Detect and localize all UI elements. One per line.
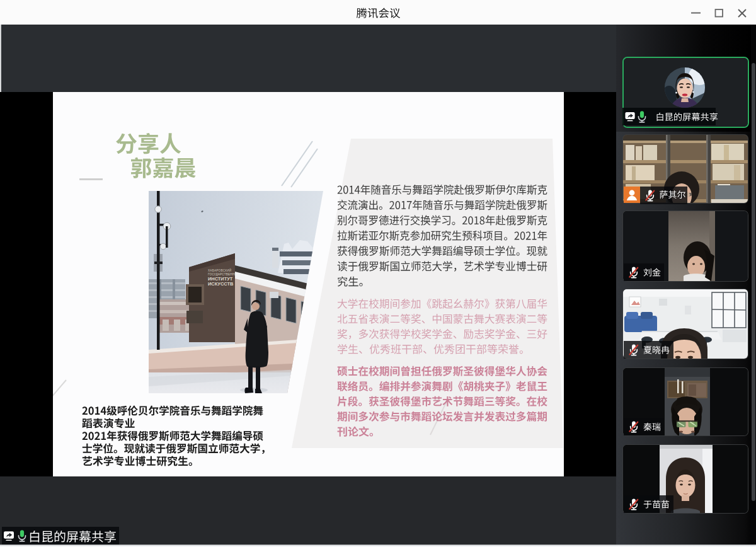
svg-text:ИСКУССТВ: ИСКУССТВ: [208, 281, 233, 287]
svg-text:ХАБАРОВСКИЙ: ХАБАРОВСКИЙ: [208, 268, 231, 272]
